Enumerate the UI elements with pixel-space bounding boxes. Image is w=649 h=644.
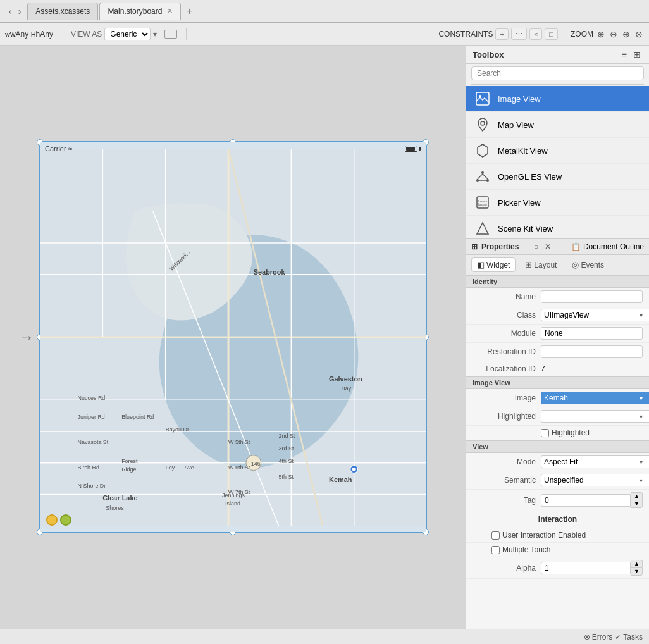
toolbox-title: Toolbox: [473, 50, 504, 59]
layout-tab-label: Layout: [534, 261, 557, 269]
svg-text:Bluepoint Rd: Bluepoint Rd: [121, 414, 154, 420]
constraint-remove2-btn[interactable]: ×: [529, 28, 542, 40]
svg-text:Loy: Loy: [166, 464, 175, 471]
alpha-input-wrapper: ▲ ▼: [541, 560, 643, 576]
tab-add-button[interactable]: +: [182, 6, 195, 17]
tag-input-wrapper: ▲ ▼: [541, 492, 643, 508]
toolbox-item-scenekit[interactable]: Scene Kit View: [466, 216, 649, 238]
constraints-label: CONSTRAINTS: [438, 30, 493, 39]
mode-value: Aspect Fit ▾: [541, 455, 643, 468]
svg-text:W 6th St: W 6th St: [228, 464, 250, 471]
svg-text:W 5th St: W 5th St: [228, 439, 250, 445]
wany-label: wwAny HhAny: [5, 30, 53, 39]
props-controls: ○ ✕: [532, 242, 553, 252]
constraint-remove-btn[interactable]: ⋯: [511, 28, 527, 40]
device-container: Carrier ≈: [39, 141, 427, 533]
place-bay: Bay: [342, 385, 352, 392]
toolbox-list-btn[interactable]: ≡: [620, 49, 629, 59]
status-right: ⊗ Errors ✓ Tasks: [584, 633, 643, 641]
localization-id-row: Localization ID 7: [466, 361, 649, 376]
toolbox-search-input[interactable]: [471, 66, 644, 80]
viewas-select[interactable]: Generic: [104, 28, 151, 40]
alpha-row: Alpha ▲ ▼: [466, 557, 649, 579]
mode-select-wrapper: Aspect Fit ▾: [541, 455, 643, 468]
toolbox-map-view-label: Map View: [498, 120, 534, 130]
highlighted-checkbox[interactable]: [541, 429, 549, 437]
properties-title: Properties: [481, 242, 519, 251]
restoration-id-input[interactable]: [541, 345, 643, 358]
semantic-select[interactable]: Unspecified: [541, 474, 649, 486]
viewas-dropdown-icon: ▾: [153, 30, 157, 39]
toolbar: wwAny HhAny VIEW AS Generic ▾ CONSTRAINT…: [0, 23, 649, 46]
device-orientation-icon[interactable]: [164, 30, 177, 39]
alpha-stepper-up[interactable]: ▲: [631, 560, 643, 567]
class-label: Class: [473, 311, 536, 319]
props-minimize-btn[interactable]: ○: [532, 242, 540, 252]
highlighted-select[interactable]: [541, 410, 649, 423]
localization-id-text: 7: [541, 364, 545, 373]
tag-input[interactable]: [541, 494, 631, 507]
toolbox-item-metalkit[interactable]: MetalKit View: [466, 138, 649, 164]
multiple-touch-checkbox[interactable]: [491, 546, 500, 554]
status-icons: [405, 146, 421, 152]
alpha-input[interactable]: [541, 562, 631, 574]
toolbox-item-map-view[interactable]: Map View: [466, 112, 649, 138]
image-select[interactable]: Kemah: [541, 392, 649, 404]
toolbox-opengl-label: OpenGL ES View: [498, 172, 562, 182]
highlighted-value: ▾: [541, 410, 643, 423]
zoom-out-btn[interactable]: ⊖: [609, 29, 619, 39]
tab-main[interactable]: Main.storyboard ✕: [99, 3, 181, 20]
module-input[interactable]: [541, 327, 643, 340]
toolbox-item-picker[interactable]: LoremIpsum Picker View: [466, 190, 649, 216]
zoom-fit-btn[interactable]: ⊕: [596, 29, 606, 39]
image-view-section-header: Image View: [466, 376, 649, 389]
tag-stepper-up[interactable]: ▲: [631, 492, 643, 500]
interaction-header: Interaction: [466, 511, 649, 528]
tag-stepper-down[interactable]: ▼: [631, 500, 643, 508]
tab-assets[interactable]: Assets.xcassets: [27, 3, 98, 20]
svg-text:146: 146: [251, 461, 261, 467]
zoom-label: ZOOM: [571, 30, 593, 39]
tab-bar: ‹ › Assets.xcassets Main.storyboard ✕ +: [0, 0, 649, 23]
svg-line-40: [483, 174, 488, 179]
alpha-stepper-down[interactable]: ▼: [631, 567, 643, 576]
user-interaction-checkbox[interactable]: [491, 531, 500, 540]
class-select-wrapper: UIImageView ▾: [541, 309, 643, 321]
tab-assets-label: Assets.xcassets: [35, 7, 90, 16]
errors-label: Errors: [592, 633, 613, 641]
errors-btn[interactable]: ⊗ Errors: [584, 633, 613, 641]
toolbox-item-image-view[interactable]: Image View: [466, 86, 649, 112]
toolbox-item-opengl[interactable]: OpenGL ES View: [466, 164, 649, 190]
opengl-icon: [474, 168, 491, 185]
svg-text:Ipsum: Ipsum: [478, 202, 487, 206]
zoom-custom-btn[interactable]: ⊗: [634, 29, 644, 39]
name-input[interactable]: [541, 290, 643, 303]
tab-events[interactable]: ◎ Events: [566, 257, 610, 272]
class-select[interactable]: UIImageView: [541, 309, 649, 321]
props-close-btn[interactable]: ✕: [543, 242, 553, 252]
place-clear-lake: Clear Lake: [102, 494, 137, 502]
props-header: ⊞ Properties ○ ✕ 📋 Document Outline: [466, 239, 649, 255]
nav-back[interactable]: ‹: [6, 5, 15, 18]
toolbox-metalkit-label: MetalKit View: [498, 146, 548, 156]
tab-layout[interactable]: ⊞ Layout: [519, 257, 562, 272]
tab-close-icon[interactable]: ✕: [167, 7, 173, 15]
tag-value: ▲ ▼: [541, 492, 643, 508]
tab-widget[interactable]: ◧ Widget: [471, 257, 516, 272]
mode-select[interactable]: Aspect Fit: [541, 455, 649, 468]
tasks-btn[interactable]: ✓ Tasks: [615, 633, 643, 641]
constraint-add-btn[interactable]: +: [495, 28, 508, 40]
highlighted-check-label: Highlighted: [552, 428, 590, 437]
constraint-view-btn[interactable]: □: [545, 28, 558, 40]
svg-point-36: [481, 171, 484, 174]
nav-forward[interactable]: ›: [16, 5, 24, 18]
toolbox-grid-btn[interactable]: ⊞: [631, 49, 643, 59]
layout-tab-icon: ⊞: [525, 260, 532, 269]
toolbox-items: Image View Map View MetalKit View: [466, 86, 649, 238]
svg-text:Bayou Dr: Bayou Dr: [166, 426, 189, 433]
nav-arrows: ‹ ›: [3, 5, 27, 18]
device-frame[interactable]: Carrier ≈: [39, 141, 427, 533]
zoom-in-btn[interactable]: ⊕: [621, 29, 631, 39]
canvas-area[interactable]: → Carrier ≈: [0, 46, 466, 629]
svg-point-35: [481, 121, 485, 125]
